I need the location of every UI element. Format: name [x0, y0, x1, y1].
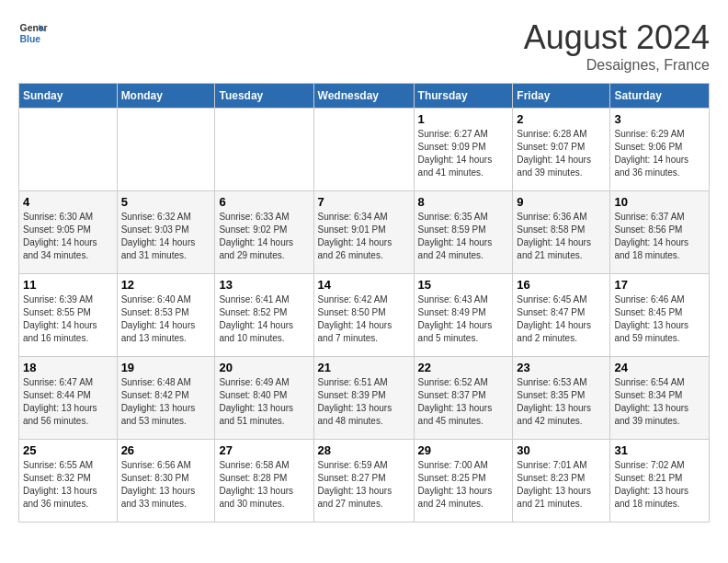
logo: General Blue [18, 18, 48, 48]
day-number: 30 [517, 443, 606, 457]
day-number: 7 [318, 195, 410, 209]
day-number: 23 [517, 361, 606, 374]
day-info: Sunrise: 6:49 AM Sunset: 8:40 PM Dayligh… [219, 376, 309, 428]
calendar-cell: 7Sunrise: 6:34 AM Sunset: 9:01 PM Daylig… [313, 191, 414, 274]
day-info: Sunrise: 6:53 AM Sunset: 8:35 PM Dayligh… [517, 376, 606, 428]
day-info: Sunrise: 6:34 AM Sunset: 9:01 PM Dayligh… [318, 211, 410, 262]
calendar-week-1: 1Sunrise: 6:27 AM Sunset: 9:09 PM Daylig… [19, 109, 710, 191]
weekday-header-wednesday: Wednesday [313, 84, 414, 109]
day-number: 21 [318, 361, 410, 374]
calendar-cell: 30Sunrise: 7:01 AM Sunset: 8:23 PM Dayli… [513, 440, 610, 523]
calendar-cell: 6Sunrise: 6:33 AM Sunset: 9:02 PM Daylig… [215, 191, 313, 274]
calendar-cell: 4Sunrise: 6:30 AM Sunset: 9:05 PM Daylig… [19, 191, 118, 274]
calendar-week-3: 11Sunrise: 6:39 AM Sunset: 8:55 PM Dayli… [19, 274, 710, 357]
day-info: Sunrise: 6:56 AM Sunset: 8:30 PM Dayligh… [121, 459, 211, 511]
calendar-table: SundayMondayTuesdayWednesdayThursdayFrid… [18, 83, 710, 523]
calendar-week-4: 18Sunrise: 6:47 AM Sunset: 8:44 PM Dayli… [19, 357, 710, 440]
day-info: Sunrise: 7:01 AM Sunset: 8:23 PM Dayligh… [517, 459, 606, 511]
month-title: August 2024 [524, 18, 710, 57]
calendar-cell: 29Sunrise: 7:00 AM Sunset: 8:25 PM Dayli… [414, 440, 513, 523]
calendar-cell: 26Sunrise: 6:56 AM Sunset: 8:30 PM Dayli… [117, 440, 215, 523]
day-info: Sunrise: 6:27 AM Sunset: 9:09 PM Dayligh… [418, 128, 509, 179]
page-header: General Blue August 2024 Desaignes, Fran… [18, 18, 710, 74]
day-number: 9 [517, 195, 606, 209]
day-number: 28 [318, 443, 410, 457]
day-info: Sunrise: 6:58 AM Sunset: 8:28 PM Dayligh… [219, 459, 309, 511]
day-number: 18 [23, 361, 113, 374]
day-info: Sunrise: 6:32 AM Sunset: 9:03 PM Dayligh… [121, 211, 211, 262]
day-number: 16 [517, 278, 606, 292]
day-info: Sunrise: 6:48 AM Sunset: 8:42 PM Dayligh… [121, 376, 211, 428]
day-info: Sunrise: 6:35 AM Sunset: 8:59 PM Dayligh… [418, 211, 509, 262]
day-info: Sunrise: 7:00 AM Sunset: 8:25 PM Dayligh… [418, 459, 509, 511]
calendar-cell: 3Sunrise: 6:29 AM Sunset: 9:06 PM Daylig… [610, 109, 710, 191]
calendar-cell [117, 109, 215, 191]
calendar-cell: 19Sunrise: 6:48 AM Sunset: 8:42 PM Dayli… [117, 357, 215, 440]
day-number: 19 [121, 361, 211, 374]
day-number: 13 [219, 278, 309, 292]
calendar-cell: 25Sunrise: 6:55 AM Sunset: 8:32 PM Dayli… [19, 440, 118, 523]
calendar-cell: 21Sunrise: 6:51 AM Sunset: 8:39 PM Dayli… [313, 357, 414, 440]
title-block: August 2024 Desaignes, France [524, 18, 710, 74]
calendar-cell: 13Sunrise: 6:41 AM Sunset: 8:52 PM Dayli… [215, 274, 313, 357]
calendar-cell: 14Sunrise: 6:42 AM Sunset: 8:50 PM Dayli… [313, 274, 414, 357]
calendar-cell: 10Sunrise: 6:37 AM Sunset: 8:56 PM Dayli… [610, 191, 710, 274]
day-number: 17 [614, 278, 705, 292]
calendar-cell: 1Sunrise: 6:27 AM Sunset: 9:09 PM Daylig… [414, 109, 513, 191]
calendar-cell: 20Sunrise: 6:49 AM Sunset: 8:40 PM Dayli… [215, 357, 313, 440]
day-info: Sunrise: 6:40 AM Sunset: 8:53 PM Dayligh… [121, 293, 211, 345]
weekday-header-saturday: Saturday [610, 84, 710, 109]
calendar-week-2: 4Sunrise: 6:30 AM Sunset: 9:05 PM Daylig… [19, 191, 710, 274]
day-info: Sunrise: 6:42 AM Sunset: 8:50 PM Dayligh… [318, 293, 410, 345]
weekday-header-tuesday: Tuesday [215, 84, 313, 109]
calendar-cell: 8Sunrise: 6:35 AM Sunset: 8:59 PM Daylig… [414, 191, 513, 274]
calendar-cell: 15Sunrise: 6:43 AM Sunset: 8:49 PM Dayli… [414, 274, 513, 357]
calendar-cell: 27Sunrise: 6:58 AM Sunset: 8:28 PM Dayli… [215, 440, 313, 523]
calendar-week-5: 25Sunrise: 6:55 AM Sunset: 8:32 PM Dayli… [19, 440, 710, 523]
day-info: Sunrise: 6:41 AM Sunset: 8:52 PM Dayligh… [219, 293, 309, 345]
location-subtitle: Desaignes, France [524, 57, 710, 74]
day-number: 12 [121, 278, 211, 292]
calendar-cell [19, 109, 118, 191]
weekday-header-thursday: Thursday [414, 84, 513, 109]
day-info: Sunrise: 6:29 AM Sunset: 9:06 PM Dayligh… [614, 128, 705, 179]
calendar-body: 1Sunrise: 6:27 AM Sunset: 9:09 PM Daylig… [19, 109, 710, 523]
day-info: Sunrise: 6:52 AM Sunset: 8:37 PM Dayligh… [418, 376, 509, 428]
calendar-cell [215, 109, 313, 191]
day-info: Sunrise: 6:43 AM Sunset: 8:49 PM Dayligh… [418, 293, 509, 345]
svg-text:General: General [20, 23, 48, 33]
calendar-cell: 23Sunrise: 6:53 AM Sunset: 8:35 PM Dayli… [513, 357, 610, 440]
day-number: 2 [517, 112, 606, 126]
day-number: 25 [23, 443, 113, 457]
calendar-cell: 28Sunrise: 6:59 AM Sunset: 8:27 PM Dayli… [313, 440, 414, 523]
day-number: 4 [23, 195, 113, 209]
day-number: 6 [219, 195, 309, 209]
day-number: 31 [614, 443, 705, 457]
day-number: 10 [614, 195, 705, 209]
calendar-cell: 17Sunrise: 6:46 AM Sunset: 8:45 PM Dayli… [610, 274, 710, 357]
day-info: Sunrise: 6:59 AM Sunset: 8:27 PM Dayligh… [318, 459, 410, 511]
day-number: 15 [418, 278, 509, 292]
calendar-cell: 18Sunrise: 6:47 AM Sunset: 8:44 PM Dayli… [19, 357, 118, 440]
calendar-cell: 22Sunrise: 6:52 AM Sunset: 8:37 PM Dayli… [414, 357, 513, 440]
calendar-cell: 5Sunrise: 6:32 AM Sunset: 9:03 PM Daylig… [117, 191, 215, 274]
day-number: 3 [614, 112, 705, 126]
day-info: Sunrise: 6:54 AM Sunset: 8:34 PM Dayligh… [614, 376, 705, 428]
day-number: 8 [418, 195, 509, 209]
day-number: 27 [219, 443, 309, 457]
day-info: Sunrise: 6:51 AM Sunset: 8:39 PM Dayligh… [318, 376, 410, 428]
day-info: Sunrise: 6:33 AM Sunset: 9:02 PM Dayligh… [219, 211, 309, 262]
day-info: Sunrise: 6:46 AM Sunset: 8:45 PM Dayligh… [614, 293, 705, 345]
day-info: Sunrise: 7:02 AM Sunset: 8:21 PM Dayligh… [614, 459, 705, 511]
day-info: Sunrise: 6:30 AM Sunset: 9:05 PM Dayligh… [23, 211, 113, 262]
calendar-cell: 31Sunrise: 7:02 AM Sunset: 8:21 PM Dayli… [610, 440, 710, 523]
day-number: 20 [219, 361, 309, 374]
svg-text:Blue: Blue [20, 34, 41, 44]
day-number: 22 [418, 361, 509, 374]
weekday-header-sunday: Sunday [19, 84, 118, 109]
day-number: 29 [418, 443, 509, 457]
day-info: Sunrise: 6:36 AM Sunset: 8:58 PM Dayligh… [517, 211, 606, 262]
day-info: Sunrise: 6:47 AM Sunset: 8:44 PM Dayligh… [23, 376, 113, 428]
day-number: 1 [418, 112, 509, 126]
day-info: Sunrise: 6:45 AM Sunset: 8:47 PM Dayligh… [517, 293, 606, 345]
